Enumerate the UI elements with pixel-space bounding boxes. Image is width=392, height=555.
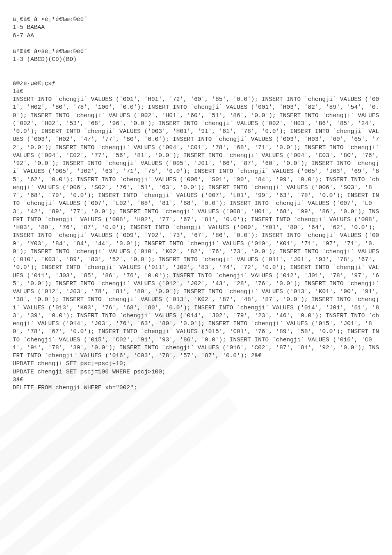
- experiment-section: å®žè·µè®¡ç»ƒ 1ã€ INSERT INTO `chengji` V…: [13, 80, 379, 392]
- sql-update-1: UPDATE chengji SET pscj=pscj+10;: [13, 360, 379, 368]
- experiment-title: å®žè·µè®¡ç»ƒ: [13, 80, 379, 88]
- sql-update-2: UPDATE chengji SET pscj=100 WHERE pscj>1…: [13, 368, 379, 376]
- q1-label: 1ã€: [13, 88, 379, 96]
- section-1-title: ä¸€ã€ å •é¡¹é€‰æ‹©é¢˜: [13, 16, 379, 24]
- sql-insert-block: INSERT INTO `chengji` VALUES ('001', 'H0…: [13, 96, 383, 359]
- section-1: ä¸€ã€ å •é¡¹é€‰æ‹©é¢˜ 1-5 BABAA 6-7 AA: [13, 16, 379, 40]
- answers-6-7: 6-7 AA: [13, 32, 379, 40]
- section-2: äºŒã€ å¤šé¡¹é€‰æ‹©é¢˜ 1-3 (ABCD)(CD)(BD): [13, 48, 379, 64]
- answers-1-3: 1-3 (ABCD)(CD)(BD): [13, 56, 379, 64]
- section-2-title: äºŒã€ å¤šé¡¹é€‰æ‹©é¢˜: [13, 48, 379, 56]
- q3-label: 3ã€: [13, 376, 379, 384]
- sql-delete-1: DELETE FROM chengji WHERE xh="002";: [13, 384, 379, 392]
- answers-1-5: 1-5 BABAA: [13, 24, 379, 32]
